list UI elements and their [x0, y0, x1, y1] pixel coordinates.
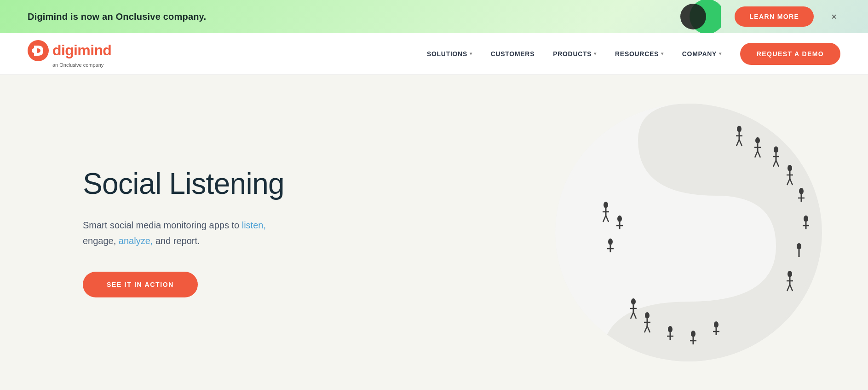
banner-right: LEARN MORE ×: [679, 0, 840, 33]
see-action-button[interactable]: SEE IT IN ACTION: [83, 272, 198, 297]
nav-item-resources[interactable]: RESOURCES ▾: [615, 50, 664, 58]
logo-text: digimind: [52, 42, 111, 59]
hero-title: Social Listening: [83, 167, 350, 201]
nav-label-customers: CUSTOMERS: [491, 50, 535, 58]
nav-label-resources: RESOURCES: [615, 50, 659, 58]
svg-point-2: [28, 40, 49, 61]
logo-icon: [28, 40, 49, 61]
nav-item-customers[interactable]: CUSTOMERS: [491, 50, 535, 58]
svg-point-46: [608, 239, 613, 245]
banner-text: Digimind is now an Onclusive company.: [28, 12, 206, 22]
announcement-banner: Digimind is now an Onclusive company. LE…: [0, 0, 868, 33]
hero-content: Social Listening Smart social media moni…: [83, 167, 350, 298]
logo[interactable]: digimind an Onclusive company: [28, 40, 111, 68]
hero-link-listen: listen,: [242, 220, 266, 230]
svg-point-43: [617, 215, 622, 222]
logo-subtitle: an Onclusive company: [52, 62, 103, 68]
svg-point-49: [645, 312, 650, 319]
svg-point-1: [680, 4, 706, 29]
nav-item-solutions[interactable]: SOLUTIONS ▾: [427, 50, 472, 58]
navbar: digimind an Onclusive company SOLUTIONS …: [0, 33, 868, 75]
svg-point-10: [755, 137, 760, 144]
svg-point-31: [797, 243, 801, 250]
hero-svg: [555, 104, 822, 361]
svg-point-15: [774, 146, 778, 153]
nav-item-products[interactable]: PRODUCTS ▾: [553, 50, 597, 58]
nav-label-company: COMPANY: [682, 50, 717, 58]
svg-point-38: [604, 202, 608, 208]
svg-point-33: [788, 271, 792, 277]
svg-point-60: [714, 321, 719, 328]
learn-more-button[interactable]: LEARN MORE: [735, 6, 814, 27]
request-demo-button[interactable]: REQUEST A DEMO: [740, 43, 840, 65]
chevron-down-icon: ▾: [470, 51, 472, 56]
chevron-down-icon-3: ▾: [661, 51, 664, 56]
banner-decoration: [679, 0, 721, 33]
svg-point-54: [668, 326, 673, 332]
nav-label-products: PRODUCTS: [553, 50, 592, 58]
svg-point-57: [691, 331, 696, 337]
svg-point-3: [32, 48, 36, 53]
chevron-down-icon-2: ▾: [594, 51, 597, 56]
svg-point-28: [804, 215, 808, 222]
logo-main: digimind: [28, 40, 111, 61]
hero-section: Social Listening Smart social media moni…: [0, 75, 868, 390]
svg-point-63: [631, 298, 636, 305]
hero-circle-image: [555, 104, 822, 361]
svg-point-5: [737, 126, 742, 132]
hero-description: Smart social media monitoring apps to li…: [83, 217, 308, 249]
svg-point-20: [788, 165, 792, 171]
chevron-down-icon-4: ▾: [719, 51, 722, 56]
nav-links: SOLUTIONS ▾ CUSTOMERS PRODUCTS ▾ RESOURC…: [427, 43, 840, 65]
nav-label-solutions: SOLUTIONS: [427, 50, 467, 58]
svg-point-25: [799, 188, 804, 194]
nav-item-company[interactable]: COMPANY ▾: [682, 50, 722, 58]
close-banner-button[interactable]: ×: [828, 8, 840, 25]
hero-link-analyze: analyze,: [119, 236, 153, 246]
hero-image-area: [528, 104, 850, 361]
